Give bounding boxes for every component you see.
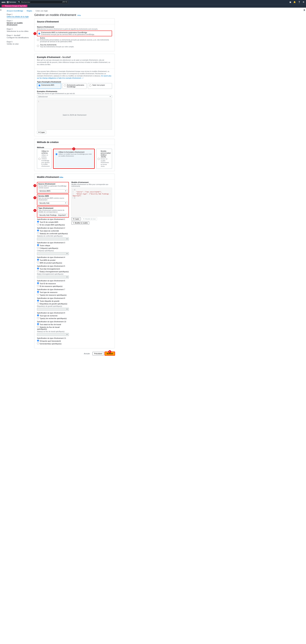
creation-method-panel: Méthode de création Méthode Utiliser le …: [34, 139, 115, 171]
spec-radio-all[interactable]: Tout état d'enregistrement: [37, 268, 69, 270]
pattern-type-hint: Type d'événement comme source du modèle …: [38, 209, 68, 213]
spec-radio-all[interactable]: Tout ARN de produit: [37, 259, 69, 261]
sample-select[interactable]: Sélectionner ▼: [37, 95, 112, 98]
spec-extra-select[interactable]: ▼: [37, 333, 69, 336]
page-settings-icon[interactable]: ◑: [303, 8, 305, 11]
copy-icon: ⧉: [73, 218, 74, 220]
spec-radio-specific[interactable]: État(s) d'enregistrement spécifique(s): [37, 270, 69, 272]
search-input[interactable]: [17, 0, 68, 4]
sample-tile-partner[interactable]: Événements partenaires EventBridge: [63, 83, 87, 89]
spec-extra-select[interactable]: ▼: [37, 276, 69, 278]
spec-radio-specific[interactable]: Statut(s) de conformité spécifique(s): [37, 232, 69, 234]
method-form-desc: Utilisez un modèle fourni par EventBridg…: [59, 153, 92, 157]
spec-radio-all[interactable]: Tout type de ressource: [37, 291, 69, 293]
spec-radio-specific[interactable]: ID de compte AWS spécifique(s): [37, 223, 69, 226]
copy-pattern-button[interactable]: ⧉ Copier: [71, 217, 81, 220]
copy-sample-button[interactable]: ⧉ Copier: [37, 131, 46, 134]
menu-icon[interactable]: ☰: [0, 8, 2, 11]
spec-block-6: Spécification du type d'événement 6Tout …: [37, 280, 69, 287]
spec-radio-all[interactable]: Tout ID de compte AWS: [37, 221, 69, 223]
method-form[interactable]: Utiliser le formulaire d'événement Utili…: [54, 150, 94, 168]
spec-extra-select[interactable]: ▼: [37, 308, 69, 310]
breadcrumb: Amazon EventBridge › Règles › Créer une …: [2, 9, 306, 13]
source-field-hint: Sélectionnez la source d'événement à par…: [37, 28, 112, 30]
resource-groups-link[interactable]: 📌 Resource Groups & Tag Editor: [2, 5, 28, 7]
notifications-icon[interactable]: 🔔: [293, 1, 296, 3]
pattern-svc-label: Service AWS: [38, 195, 68, 197]
spec-extra-label: État(s) d'enregistrement spécifique(s): [37, 273, 69, 275]
breadcrumb-current: Créer une règle: [36, 10, 48, 12]
step-1-link[interactable]: Définir les détails de la règle: [7, 16, 33, 18]
spec-radio-all[interactable]: Tout type de recherche: [37, 314, 69, 317]
settings-icon[interactable]: ⚙: [303, 1, 304, 3]
spec-radio-all[interactable]: N'importe quel GeneratorId: [37, 340, 69, 342]
sample-json-editor[interactable]: 1 Saisir le JSON de l'événement: [37, 100, 112, 130]
breadcrumb-eventbridge[interactable]: Amazon EventBridge: [7, 10, 23, 12]
copy-icon: ⧉: [39, 131, 40, 133]
source-opt3-desc: Tous les événements envoyés sur votre co…: [40, 46, 112, 48]
spec-radio-all[interactable]: Toute étiquette de gravité: [37, 300, 69, 302]
spec-radio-specific[interactable]: GeneratorId(s) spécifique(s): [37, 342, 69, 345]
pattern-right-label: Modèle d'événement: [71, 181, 112, 183]
spec-radio-all[interactable]: Tout statut du flux de travail: [37, 323, 69, 326]
spec-block-10: Spécification du type d'événement 10Tout…: [37, 321, 69, 336]
spec-radio-specific[interactable]: Type(s) de ressource spécifique(s): [37, 294, 69, 296]
spec-radio-specific[interactable]: Type(s) de recherche spécifique(s): [37, 317, 69, 319]
spec-radio-specific[interactable]: Critique(s) spécifique(s): [37, 247, 69, 249]
sample-tile-own[interactable]: Saisir mon propre: [88, 83, 112, 89]
spec-title: Spécification du type d'événement 11: [37, 337, 69, 339]
sample-tile-own-radio[interactable]: [89, 84, 91, 86]
sample-tile-partner-radio[interactable]: [64, 84, 66, 86]
method-form-highlight: 2 Utiliser le formulaire d'événement Uti…: [53, 149, 95, 169]
cancel-button[interactable]: Annuler: [82, 352, 92, 355]
sample-tile-aws-radio[interactable]: [39, 84, 41, 86]
help-icon[interactable]: ❔: [298, 1, 300, 3]
spec-extra-select[interactable]: ▼: [37, 252, 69, 255]
method-custom[interactable]: Modèle personnalisé (éditeur JSON) Écriv…: [96, 149, 112, 169]
spec-block-1: Spécification du type d'événement 1Tout …: [37, 218, 69, 226]
source-radio-other[interactable]: [37, 37, 39, 42]
callout-6: 6: [108, 350, 111, 353]
spec-radio-specific[interactable]: Étiquette(s) de gravité spécifique(s): [37, 302, 69, 305]
spec-radio-specific[interactable]: Statut(s) du flux de travail spécifique(…: [37, 326, 69, 330]
spec-radio-specific[interactable]: ARN de produit spécifique(s): [37, 262, 69, 264]
method-schema[interactable]: Utiliser le schéma Utilisez un schéma Am…: [37, 149, 52, 169]
step-3-label: Étape 3: [7, 28, 33, 30]
pattern-type-select[interactable]: Security Hub Findings - Imported ▼: [38, 214, 68, 217]
method-schema-radio[interactable]: [39, 150, 41, 167]
callout-2: 2: [72, 148, 75, 150]
pattern-svc-select[interactable]: Security Hub ▼: [38, 202, 68, 204]
method-header: Méthode de création: [37, 141, 112, 144]
edit-pattern-button[interactable]: ✎ Modifier le modèle: [71, 222, 89, 224]
spec-title: Spécification du type d'événement 2: [37, 227, 69, 229]
spec-radio-specific[interactable]: ID de ressource spécifique(s): [37, 285, 69, 287]
source-radio-all[interactable]: [37, 44, 39, 48]
services-button[interactable]: Services: [7, 1, 16, 3]
cloudshell-icon[interactable]: ▣: [289, 1, 291, 3]
info-link[interactable]: Infos: [60, 176, 63, 178]
breadcrumb-rules[interactable]: Règles: [27, 10, 32, 12]
spec-title: Spécification du type d'événement 3: [37, 242, 69, 244]
spec-block-8: Spécification du type d'événement 8Toute…: [37, 297, 69, 310]
info-link[interactable]: Infos: [78, 14, 81, 16]
source-radio-aws[interactable]: [38, 32, 40, 35]
spec-title: Spécification du type d'événement 8: [37, 297, 69, 299]
method-custom-radio[interactable]: [98, 150, 100, 167]
sample-tile-aws[interactable]: Événements AWS: [37, 83, 61, 89]
caret-down-icon: ▼: [65, 202, 67, 204]
method-form-radio[interactable]: [56, 152, 58, 157]
spec-radio-all[interactable]: Toute critique: [37, 244, 69, 246]
caret-down-icon: ▼: [65, 190, 67, 192]
pattern-src-select[interactable]: Services AWS ▼: [38, 189, 68, 192]
spec-radio-all[interactable]: Tout ID de ressource: [37, 282, 69, 284]
sample-sub: Bien qu'il ne soit pas nécessaire de sél…: [37, 59, 112, 66]
chevron-right-icon: ›: [25, 10, 25, 12]
caret-down-icon: ▼: [66, 276, 68, 278]
test-pattern-button[interactable]: ⚗ Modèle de test: [82, 217, 97, 220]
spec-extra-select[interactable]: ▼: [37, 238, 69, 240]
step-2-label: Étape 2: [7, 20, 33, 22]
source-opt1-desc: Événements envoyés par les services AWS …: [41, 34, 111, 35]
spec-radio-all[interactable]: Tout statut de conformité: [37, 230, 69, 232]
pattern-src-hint: Service AWS ou partenaire EventBridge co…: [38, 185, 68, 189]
previous-button[interactable]: Précédent: [92, 352, 104, 355]
